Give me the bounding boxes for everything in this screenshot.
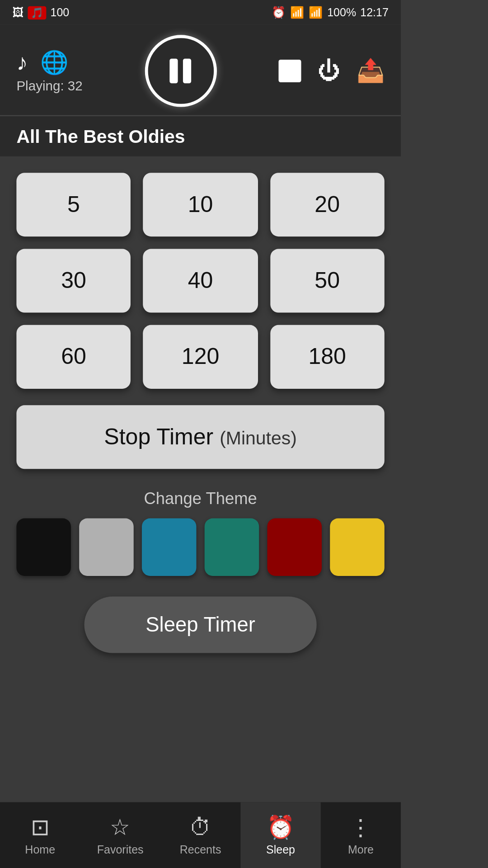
timer-btn-50[interactable]: 50 <box>270 249 385 313</box>
nav-label-favorites: Favorites <box>97 843 144 855</box>
stop-timer-button[interactable]: Stop Timer (Minutes) <box>16 405 384 469</box>
nav-item-sleep[interactable]: ⏰ Sleep <box>240 802 320 868</box>
status-bar: 🖼 🎵 100 ⏰ 📶 📶 100% 12:17 <box>0 0 401 25</box>
top-controls: ♪ 🌐 Playing: 32 ⏻ 📤 <box>0 25 401 115</box>
pause-icon <box>170 59 192 84</box>
battery-percent: 100 <box>50 6 69 19</box>
station-name: All The Best Oldies <box>16 127 185 147</box>
music-note-icon[interactable]: ♪ <box>16 49 28 75</box>
timer-btn-40[interactable]: 40 <box>143 249 258 313</box>
top-left-icons: ♪ 🌐 <box>16 49 68 75</box>
clock: 12:17 <box>360 6 389 19</box>
app-icon: 🎵 <box>28 6 46 19</box>
theme-swatch-yellow[interactable] <box>330 519 385 576</box>
alarm-icon: ⏰ <box>272 6 286 19</box>
status-left: 🖼 🎵 100 <box>12 6 69 19</box>
nav-label-sleep: Sleep <box>266 843 295 855</box>
battery-icon: 100% <box>327 6 356 19</box>
timer-btn-10[interactable]: 10 <box>143 173 258 236</box>
main-scroll-area: 5 10 20 30 40 50 60 120 180 Stop Timer (… <box>0 156 401 796</box>
stop-timer-main: Stop Timer <box>104 424 213 449</box>
stop-button[interactable] <box>278 60 301 82</box>
signal-icon: 📶 <box>309 6 323 19</box>
playing-label: Playing: 32 <box>16 78 82 93</box>
nav-item-more[interactable]: ⋮ More <box>321 802 401 868</box>
sleep-icon: ⏰ <box>267 815 294 841</box>
nav-label-more: More <box>348 843 374 855</box>
timer-btn-60[interactable]: 60 <box>16 325 131 389</box>
sleep-timer-button[interactable]: Sleep Timer <box>84 596 317 653</box>
power-icon[interactable]: ⏻ <box>318 57 340 84</box>
timer-btn-180[interactable]: 180 <box>270 325 385 389</box>
more-icon: ⋮ <box>349 815 372 841</box>
home-icon: ⊡ <box>31 815 49 841</box>
theme-label: Change Theme <box>16 490 384 508</box>
top-left: ♪ 🌐 Playing: 32 <box>16 49 82 93</box>
stop-timer-sub: (Minutes) <box>220 428 297 448</box>
globe-icon[interactable]: 🌐 <box>40 49 68 75</box>
timer-btn-30[interactable]: 30 <box>16 249 131 313</box>
sleep-timer-section: Sleep Timer <box>16 596 384 653</box>
nav-item-recents[interactable]: ⏱ Recents <box>160 802 240 868</box>
photo-icon: 🖼 <box>12 6 23 19</box>
nav-item-home[interactable]: ⊡ Home <box>0 802 80 868</box>
top-right: ⏻ 📤 <box>278 57 384 84</box>
nav-label-recents: Recents <box>180 843 221 855</box>
nav-label-home: Home <box>25 843 55 855</box>
share-icon[interactable]: 📤 <box>357 57 384 84</box>
theme-swatch-red[interactable] <box>267 519 322 576</box>
theme-swatch-blue[interactable] <box>142 519 197 576</box>
favorites-icon: ☆ <box>110 815 130 841</box>
wifi-icon: 📶 <box>290 6 305 19</box>
timer-grid: 5 10 20 30 40 50 60 120 180 <box>16 173 384 389</box>
status-right: ⏰ 📶 📶 100% 12:17 <box>272 6 389 19</box>
station-name-bar: All The Best Oldies <box>0 115 401 156</box>
recents-icon: ⏱ <box>189 815 212 841</box>
theme-section: Change Theme <box>16 490 384 576</box>
bottom-nav: ⊡ Home ☆ Favorites ⏱ Recents ⏰ Sleep ⋮ M… <box>0 802 401 868</box>
timer-btn-20[interactable]: 20 <box>270 173 385 236</box>
theme-swatches <box>16 519 384 576</box>
nav-item-favorites[interactable]: ☆ Favorites <box>80 802 160 868</box>
theme-swatch-gray[interactable] <box>79 519 134 576</box>
pause-button[interactable] <box>145 35 216 107</box>
theme-swatch-teal[interactable] <box>205 519 259 576</box>
timer-btn-120[interactable]: 120 <box>143 325 258 389</box>
theme-swatch-black[interactable] <box>16 519 71 576</box>
timer-btn-5[interactable]: 5 <box>16 173 131 236</box>
